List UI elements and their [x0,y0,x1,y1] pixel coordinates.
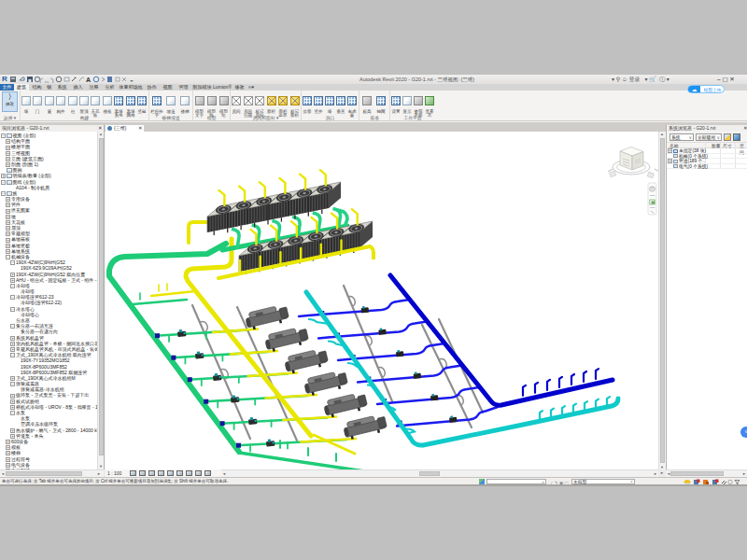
svg-text:A: A [86,77,91,83]
